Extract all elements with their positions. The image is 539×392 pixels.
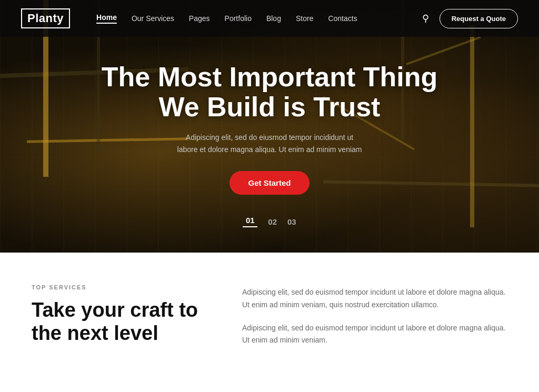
request-quote-button[interactable]: Request a Quote xyxy=(440,9,518,28)
hero-pagination: 010203 xyxy=(243,216,296,227)
nav-right: ⚲ Request a Quote xyxy=(422,9,518,28)
navbar: Planty HomeOur ServicesPagesPortfolioBlo… xyxy=(0,0,539,37)
pagination-02[interactable]: 02 xyxy=(268,217,277,226)
search-icon[interactable]: ⚲ xyxy=(422,13,429,24)
nav-link-contacts[interactable]: Contacts xyxy=(328,14,357,23)
pagination-03[interactable]: 03 xyxy=(287,217,296,226)
services-heading: Take your craft to the next level xyxy=(32,299,211,345)
nav-link-home[interactable]: Home xyxy=(96,13,117,24)
services-left: TOP SERVICES Take your craft to the next… xyxy=(32,284,211,345)
hero-content: The Most Important Thing We Build is Tru… xyxy=(0,0,539,253)
services-right: Adipiscing elit, sed do euismod tempor i… xyxy=(242,284,507,347)
nav-link-pages[interactable]: Pages xyxy=(189,14,210,23)
hero-title: The Most Important Thing We Build is Tru… xyxy=(85,62,454,122)
hero-subtitle: Adipiscing elit, sed do eiusmod tempor i… xyxy=(175,132,364,155)
site-logo[interactable]: Planty xyxy=(21,8,70,28)
nav-link-blog[interactable]: Blog xyxy=(266,14,281,23)
nav-link-portfolio[interactable]: Portfolio xyxy=(225,14,252,23)
services-desc-2: Adipiscing elit, sed do euismod tempor i… xyxy=(242,322,507,347)
services-section: TOP SERVICES Take your craft to the next… xyxy=(0,253,539,368)
hero-cta-button[interactable]: Get Started xyxy=(229,171,310,195)
services-desc-1: Adipiscing elit, sed do euismod tempor i… xyxy=(242,286,507,311)
services-tag: TOP SERVICES xyxy=(32,284,211,290)
hero-section: The Most Important Thing We Build is Tru… xyxy=(0,0,539,253)
pagination-01[interactable]: 01 xyxy=(243,216,257,227)
nav-links: HomeOur ServicesPagesPortfolioBlogStoreC… xyxy=(96,13,422,24)
nav-link-our-services[interactable]: Our Services xyxy=(132,14,174,23)
nav-link-store[interactable]: Store xyxy=(296,14,313,23)
